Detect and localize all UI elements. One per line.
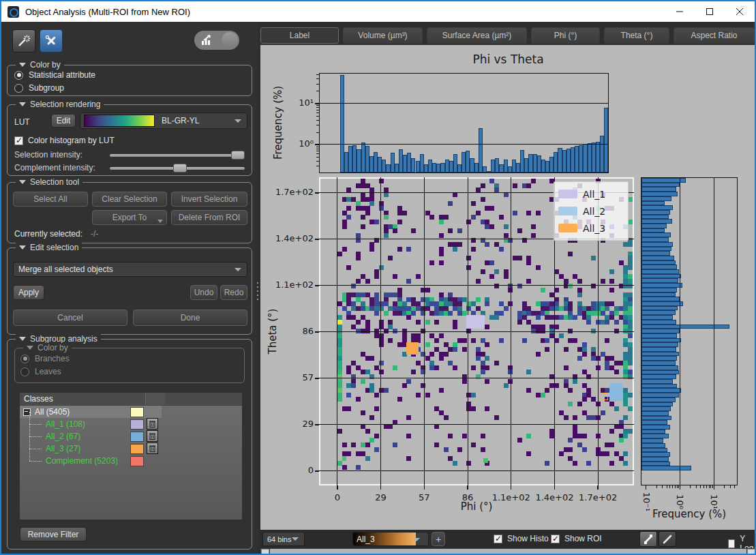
line-plot-button[interactable] (659, 531, 676, 547)
class-row[interactable]: All_1 (108) (20, 418, 242, 430)
heatmap-plot[interactable]: All_1All_2All_3 (319, 177, 634, 485)
select-all-button[interactable]: Select All (13, 192, 88, 207)
histogram-bar (641, 430, 665, 434)
cancel-button[interactable]: Cancel (13, 310, 127, 326)
top-histogram-plot[interactable] (319, 73, 609, 173)
highlighted-object-cell (406, 342, 419, 354)
class-color-swatch[interactable] (130, 432, 144, 442)
scatter-plot-button[interactable] (639, 531, 657, 547)
export-to-button[interactable]: Export To (92, 210, 167, 225)
class-color-swatch[interactable] (130, 419, 144, 430)
heatmap-cell (508, 370, 513, 374)
apply-button[interactable]: Apply (13, 285, 44, 300)
tab-theta-[interactable]: Theta (°) (604, 27, 669, 44)
maximize-button[interactable] (695, 1, 725, 22)
lut-combo[interactable]: BL-GR-YL (80, 112, 247, 129)
slider-handle[interactable] (173, 164, 187, 172)
scroll-left-button[interactable] (261, 549, 269, 554)
scrollbar-thumb[interactable] (270, 549, 746, 554)
radio-subgroup[interactable]: Subgroup (14, 83, 64, 93)
tools-button[interactable] (40, 29, 63, 52)
lut-edit-button[interactable]: Edit (51, 114, 76, 127)
radio-branches[interactable]: Branches (20, 354, 70, 363)
histogram-bar (641, 370, 679, 375)
heatmap-cell (379, 370, 384, 374)
heatmap-cell (429, 260, 434, 265)
class-row[interactable]: All_3 (27) (20, 442, 242, 455)
plot-visibility-toggle[interactable] (194, 31, 239, 50)
phi-tick-label: 86 (462, 492, 474, 502)
lut-label: LUT (14, 117, 30, 127)
heatmap-cell (388, 256, 393, 260)
heatmap-cell (504, 192, 509, 197)
collapse-arrow-icon[interactable] (19, 245, 26, 250)
show-roi-checkbox[interactable]: Show ROI (551, 534, 602, 543)
heatmap-cell (374, 238, 379, 243)
histogram-bar (641, 301, 683, 306)
heatmap-cell (568, 252, 573, 256)
slider-handle[interactable] (231, 151, 245, 160)
collapse-arrow-icon[interactable] (19, 63, 26, 67)
tab-volume-m-[interactable]: Volume (µm³) (343, 27, 423, 44)
heatmap-cell (369, 415, 374, 420)
theta-tick-label: 1.1e+02 (264, 280, 314, 290)
panel-splitter[interactable] (256, 282, 259, 300)
selection-intensity-slider[interactable] (110, 151, 245, 160)
class-row[interactable]: All_2 (67) (20, 430, 242, 442)
color-histogram-checkbox[interactable]: Color histogram by LUT (14, 136, 115, 145)
radio-icon (14, 71, 23, 80)
radio-leaves[interactable]: Leaves (20, 367, 61, 376)
heatmap-cell (628, 361, 633, 365)
class-color-swatch[interactable] (130, 407, 144, 417)
heatmap-cell (471, 215, 476, 220)
heatmap-cell (379, 361, 384, 365)
close-button[interactable] (725, 1, 755, 22)
add-class-button[interactable]: + (432, 532, 445, 546)
collapse-arrow-icon[interactable] (19, 180, 26, 184)
tab-surface-area-m-[interactable]: Surface Area (µm²) (427, 27, 527, 44)
edit-operation-combo[interactable]: Merge all selected objects (13, 262, 247, 277)
magic-wand-button[interactable] (12, 29, 35, 52)
undo-button[interactable]: Undo (190, 285, 217, 300)
heatmap-cell (481, 269, 485, 274)
class-row[interactable]: All (5405) (20, 406, 162, 418)
done-button[interactable]: Done (133, 310, 247, 326)
histogram-bar (641, 342, 678, 347)
collapse-arrow-icon[interactable] (27, 346, 33, 350)
tab-aspect-ratio[interactable]: Aspect Ratio (674, 27, 755, 44)
right-histogram-plot[interactable] (641, 177, 738, 485)
delete-class-button[interactable] (147, 442, 158, 454)
delete-class-button[interactable] (147, 418, 158, 430)
toggle-knob (222, 32, 238, 48)
heatmap-cell (541, 393, 545, 397)
heatmap-cell (582, 434, 587, 438)
class-row[interactable]: Complement (5203) (20, 455, 242, 467)
collapse-arrow-icon[interactable] (19, 337, 26, 341)
heatmap-cell (471, 247, 476, 252)
histogram-bar (641, 224, 667, 228)
class-colormap-combo[interactable]: All_3 (352, 532, 429, 546)
bins-combo[interactable]: 64 bins (262, 532, 305, 546)
collapse-arrow-icon[interactable] (19, 102, 26, 106)
heatmap-cell (416, 320, 421, 325)
heatmap-cell (517, 256, 522, 260)
tab-phi-[interactable]: Phi (°) (531, 27, 600, 44)
class-color-swatch[interactable] (130, 444, 144, 454)
redo-button[interactable]: Redo (220, 285, 247, 300)
horizontal-scrollbar[interactable] (260, 548, 756, 555)
heatmap-cell (614, 406, 619, 411)
clear-selection-button[interactable]: Clear Selection (92, 192, 167, 207)
complement-intensity-slider[interactable] (110, 164, 245, 172)
heatmap-cell (628, 197, 633, 202)
tab-label[interactable]: Label (260, 27, 339, 44)
heatmap-cell (573, 338, 577, 343)
remove-filter-button[interactable]: Remove Filter (20, 527, 87, 541)
delete-class-button[interactable] (147, 430, 158, 442)
delete-from-roi-button[interactable]: Delete From ROI (171, 210, 247, 225)
show-histo-checkbox[interactable]: Show Histo (494, 534, 549, 543)
scroll-right-button[interactable] (747, 549, 755, 554)
class-color-swatch[interactable] (130, 456, 144, 466)
invert-selection-button[interactable]: Invert Selection (171, 192, 247, 207)
radio-statistical-attribute[interactable]: Statistical attribute (14, 70, 95, 80)
minimize-button[interactable] (665, 1, 695, 22)
